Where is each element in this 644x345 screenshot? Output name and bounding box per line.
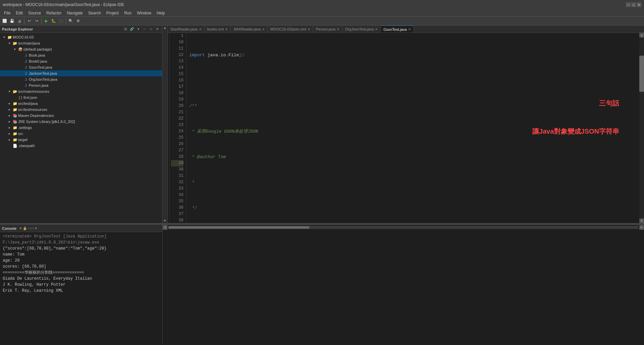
toolbar-run[interactable]: ▶ — [43, 18, 50, 24]
code-line-15: */ — [189, 205, 639, 211]
project-label: MOOC16-03 — [13, 35, 34, 39]
project-icon: 📁 — [7, 35, 13, 40]
hscroll-right[interactable]: ▶ — [639, 225, 644, 230]
menu-edit[interactable]: Edit — [13, 9, 25, 16]
tree-item-project[interactable]: ▾ 📁 MOOC16-03 — [0, 34, 162, 40]
close-button[interactable]: ✕ — [637, 2, 641, 7]
code-line-14: * — [189, 179, 639, 186]
tab-pom-xml[interactable]: MOOC16-02/pom.xml ✕ — [268, 25, 313, 33]
tree-item-settings[interactable]: ▸ 📁 .settings — [0, 125, 162, 131]
tree-item-src-test-resources[interactable]: ▸ 📁 src/test/resources — [0, 107, 162, 113]
link-editor-icon[interactable]: 🔗 — [129, 26, 135, 32]
orgjsontest-java-icon: J — [23, 77, 29, 81]
annotation-line2: 讓Java對象變成JSON字符串 — [532, 127, 619, 136]
sidebar-scroll-up[interactable]: ▲ — [163, 26, 167, 29]
tab-books-xml-close[interactable]: ✕ — [225, 27, 228, 31]
title-text: workspace - MOOC16-03/src/main/java/Gson… — [3, 2, 626, 7]
window-controls: ─ □ ✕ — [626, 2, 641, 7]
menu-bar: File Edit Source Refactor Navigate Searc… — [0, 9, 644, 17]
toolbar-search[interactable]: 🔍 — [67, 18, 74, 24]
tab-person-java-close[interactable]: ✕ — [337, 27, 339, 31]
tree-item-book-java[interactable]: J Book.java — [0, 52, 162, 58]
menu-help[interactable]: Help — [154, 9, 168, 16]
toolbar-settings[interactable]: ⚙ — [75, 18, 82, 24]
console-maximize-icon[interactable]: □ — [32, 226, 34, 230]
tree-item-orgjsontest-java[interactable]: J OrgJsonTest.java — [0, 76, 162, 82]
tab-gsontest[interactable]: GsonTest.java ✕ — [381, 25, 414, 33]
collapse-all-icon[interactable]: ⊟ — [123, 26, 128, 32]
close-panel-icon[interactable]: ✕ — [155, 26, 160, 32]
editor-scrollbar[interactable]: ▲ ▼ — [639, 33, 644, 223]
package-explorer-header: Package Explorer ⊟ 🔗 ▾ ─ □ ✕ — [0, 25, 162, 33]
menu-search[interactable]: Search — [86, 9, 104, 16]
annotation-line1: 三句話 — [532, 98, 619, 108]
tab-staxreader-close[interactable]: ✕ — [199, 27, 202, 31]
console-minimize-icon[interactable]: ─ — [28, 226, 30, 230]
minimize-button[interactable]: ─ — [626, 2, 631, 7]
console-clear-icon[interactable]: ✕ — [19, 226, 22, 230]
toolbar-stop[interactable]: ⬛ — [58, 18, 64, 24]
view-menu-icon[interactable]: ▾ — [136, 26, 141, 32]
tree-item-jre[interactable]: ▸ 📚 JRE System Library [jdk1.8.0_202] — [0, 119, 162, 125]
hscroll-left[interactable]: ◀ — [163, 225, 167, 230]
console-output-3: scores: [60,70,80] — [3, 264, 160, 270]
tab-saxreader-label: SAXReader.java — [233, 27, 261, 31]
maven-deps-label: Maven Dependencies — [18, 114, 54, 118]
scroll-track[interactable] — [639, 38, 644, 218]
hscroll-thumb[interactable] — [168, 226, 309, 229]
tree-item-default-package[interactable]: ▾ 📦 (default package) — [0, 46, 162, 52]
console-terminated: <terminated> OrgJsonTest [Java Applicati… — [3, 233, 160, 246]
menu-run[interactable]: Run — [121, 9, 134, 16]
code-editor[interactable]: 1 10 11 12 13 14 15 16 17 18 19 20 21 22… — [168, 33, 644, 223]
scroll-up-icon[interactable]: ▲ — [639, 33, 644, 38]
tree-item-person-java[interactable]: J Person.java — [0, 82, 162, 88]
toolbar-redo[interactable]: ↪ — [33, 18, 40, 24]
tree-item-first-json[interactable]: { } first.json — [0, 94, 162, 100]
minimize-panel-icon[interactable]: ─ — [142, 26, 147, 32]
tab-saxreader[interactable]: SAXReader.java ✕ — [231, 25, 268, 33]
tab-pom-xml-close[interactable]: ✕ — [308, 27, 310, 31]
tab-books-xml[interactable]: books.xml ✕ — [205, 25, 231, 33]
menu-refactor[interactable]: Refactor — [44, 9, 64, 16]
tree-item-maven-deps[interactable]: ▸ 📚 Maven Dependencies — [0, 113, 162, 119]
console-scroll-lock-icon[interactable]: 🔒 — [23, 226, 27, 230]
sidebar-scroll-down[interactable]: ▼ — [163, 219, 167, 222]
tree-item-src-main-java[interactable]: ▾ 📂 src/main/java — [0, 40, 162, 46]
tree-item-jacksontest-java[interactable]: J JacksonTest.java — [0, 70, 162, 76]
console-close-icon[interactable]: ✕ — [35, 226, 37, 230]
scroll-down-icon[interactable]: ▼ — [639, 218, 644, 223]
book-java-icon: J — [23, 53, 29, 57]
tree-item-target[interactable]: ▸ 📁 target — [0, 137, 162, 143]
toolbar-btn-3[interactable]: 🖨 — [16, 18, 23, 24]
tab-gsontest-close[interactable]: ✕ — [408, 27, 411, 31]
toolbar-debug[interactable]: 🐛 — [50, 18, 57, 24]
code-content[interactable]: import java.io.File;□ /** * 采用Google GSO… — [186, 33, 639, 223]
tab-orgjsontest[interactable]: OrgJsonTest.java ✕ — [342, 25, 381, 33]
toolbar-btn-1[interactable]: ⬜ — [1, 18, 8, 24]
tree-item-classpath[interactable]: 📄 .classpath — [0, 143, 162, 149]
editor-area: StaxReader.java ✕ books.xml ✕ SAXReader.… — [168, 25, 644, 223]
tab-saxreader-close[interactable]: ✕ — [262, 27, 265, 31]
tree-item-src[interactable]: ▸ 📁 src — [0, 131, 162, 137]
menu-file[interactable]: File — [1, 9, 13, 16]
menu-project[interactable]: Project — [104, 9, 121, 16]
tab-orgjsontest-close[interactable]: ✕ — [375, 27, 378, 31]
scroll-thumb[interactable] — [639, 56, 644, 92]
tree-item-src-resources[interactable]: ▾ 📂 src/main/resources — [0, 88, 162, 94]
toolbar: ⬜ 💾 🖨 ↩ ↪ ▶ 🐛 ⬛ 🔍 ⚙ — [0, 17, 644, 25]
toolbar-undo[interactable]: ↩ — [26, 18, 33, 24]
maximize-button[interactable]: □ — [631, 2, 636, 7]
menu-window[interactable]: Window — [134, 9, 154, 16]
tab-staxreader[interactable]: StaxReader.java ✕ — [168, 25, 205, 33]
toolbar-btn-2[interactable]: 💾 — [9, 18, 15, 24]
menu-navigate[interactable]: Navigate — [64, 9, 85, 16]
tree-item-gsontest-java[interactable]: J GsonTest.java — [0, 64, 162, 70]
menu-source[interactable]: Source — [25, 9, 44, 16]
package-explorer-title: Package Explorer — [2, 27, 123, 31]
tree-item-src-test-java[interactable]: ▸ 📁 src/test/java — [0, 100, 162, 107]
tree-item-book0-java[interactable]: J Book0.java — [0, 58, 162, 64]
maximize-panel-icon[interactable]: □ — [148, 26, 154, 32]
hscroll-track[interactable] — [168, 226, 638, 229]
editor-hscroll[interactable]: ◀ ▶ — [163, 225, 644, 229]
tab-person-java[interactable]: Person.java ✕ — [313, 25, 342, 33]
